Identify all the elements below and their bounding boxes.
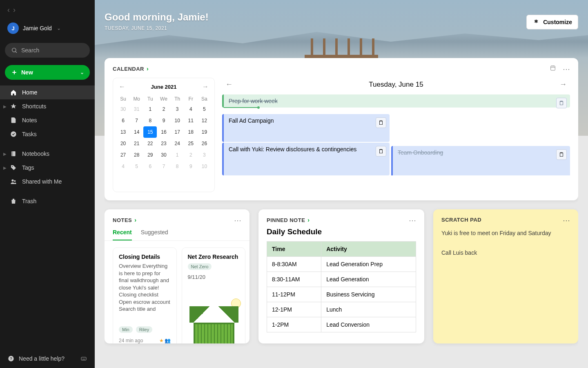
greeting: Good morning, Jamie! <box>105 11 209 23</box>
calendar-day[interactable]: 3 <box>171 103 184 115</box>
expand-icon[interactable]: ▶ <box>3 104 7 109</box>
calendar-day[interactable]: 15 <box>143 126 157 138</box>
tab-suggested[interactable]: Suggested <box>141 229 168 240</box>
cal-prev-month[interactable]: ← <box>119 83 125 90</box>
nav-home[interactable]: Home <box>0 85 95 99</box>
calendar-day[interactable]: 27 <box>116 149 130 161</box>
calendar-day[interactable]: 11 <box>184 115 198 126</box>
search-input[interactable]: Search <box>5 43 90 58</box>
nav-forward-icon[interactable]: › <box>13 6 16 14</box>
calendar-day[interactable]: 1 <box>171 149 184 161</box>
dow-label: Fr <box>184 94 198 103</box>
calendar-day[interactable]: 25 <box>184 138 198 149</box>
more-icon[interactable]: ⋯ <box>563 65 570 74</box>
nav-back-icon[interactable]: ‹ <box>7 6 10 14</box>
calendar-day[interactable]: 22 <box>143 138 157 149</box>
calendar-day[interactable]: 6 <box>116 115 130 126</box>
calendar-day[interactable]: 31 <box>130 103 143 115</box>
nav-trash[interactable]: Trash <box>0 194 95 208</box>
customize-button[interactable]: Customize <box>526 15 578 29</box>
scratch-content[interactable]: Yuki is free to meet on Friday and Satur… <box>441 229 570 258</box>
event-fall-ad-campaign[interactable]: Fall Ad Campaign 🗒 <box>222 114 390 142</box>
calendar-day[interactable]: 19 <box>198 126 211 138</box>
check-circle-icon <box>10 130 17 138</box>
calendar-day[interactable]: 21 <box>130 138 143 149</box>
more-icon[interactable]: ⋯ <box>563 216 570 225</box>
open-note-icon[interactable]: 🗒 <box>556 98 567 108</box>
calendar-day[interactable]: 12 <box>198 115 211 126</box>
user-menu[interactable]: J Jamie Gold ⌄ <box>0 17 95 40</box>
open-note-icon[interactable]: 🗒 <box>376 117 386 128</box>
open-note-icon[interactable]: 🗒 <box>376 146 386 157</box>
calendar-day[interactable]: 26 <box>198 138 211 149</box>
nav-tasks[interactable]: Tasks <box>0 127 95 141</box>
tab-recent[interactable]: Recent <box>113 229 132 240</box>
col-time: Time <box>267 242 321 257</box>
calendar-day[interactable]: 16 <box>157 126 170 138</box>
calendar-day[interactable]: 10 <box>171 115 184 126</box>
calendar-day[interactable]: 2 <box>184 149 198 161</box>
calendar-day[interactable]: 23 <box>157 138 170 149</box>
calendar-day[interactable]: 5 <box>130 161 143 172</box>
chevron-down-icon[interactable]: ⌄ <box>80 70 84 75</box>
nav-shortcuts[interactable]: ▶ Shortcuts <box>0 99 95 113</box>
open-note-icon[interactable]: 🗒 <box>556 149 567 160</box>
calendar-header[interactable]: CALENDAR › <box>113 65 570 72</box>
cal-next-month[interactable]: → <box>202 83 209 90</box>
more-icon[interactable]: ⋯ <box>409 216 416 225</box>
calendar-day[interactable]: 24 <box>171 138 184 149</box>
calendar-day[interactable]: 14 <box>130 126 143 138</box>
agenda-next-day[interactable]: → <box>558 79 568 90</box>
calendar-action-icon[interactable] <box>550 65 556 74</box>
calendar-day[interactable]: 2 <box>157 103 170 115</box>
calendar-day[interactable]: 4 <box>184 103 198 115</box>
help-link[interactable]: ? Need a little help? <box>7 355 65 362</box>
pinned-header[interactable]: PINNED NOTE › <box>258 217 424 223</box>
avatar: J <box>7 22 19 34</box>
agenda: ← Tuesday, June 15 → Prep for work week … <box>222 78 570 192</box>
calendar-day[interactable]: 13 <box>116 126 130 138</box>
table-row: 11-12PMBusiness Servicing <box>267 287 416 302</box>
calendar-day[interactable]: 17 <box>171 126 184 138</box>
note-tile-net-zero[interactable]: Net Zero Research Net Zero 9/11/20 <box>182 247 246 343</box>
event-prep-work-week[interactable]: Prep for work week 🗒 <box>222 94 570 108</box>
event-call-yuki[interactable]: Call with Yuki: Review disclosures & con… <box>222 143 390 175</box>
expand-icon[interactable]: ▶ <box>3 152 7 156</box>
svg-point-0 <box>12 48 16 52</box>
calendar-day[interactable]: 9 <box>157 115 170 126</box>
calendar-day[interactable]: 1 <box>143 103 157 115</box>
note-tile-closing-details[interactable]: Closing Details Overview Everything is h… <box>113 247 177 343</box>
nav-shared[interactable]: Shared with Me <box>0 175 95 188</box>
calendar-day[interactable]: 29 <box>143 149 157 161</box>
calendar-day[interactable]: 10 <box>198 161 211 172</box>
svg-point-8 <box>11 180 13 182</box>
agenda-prev-day[interactable]: ← <box>224 79 234 90</box>
new-button[interactable]: New ⌄ <box>5 65 90 80</box>
note-thumbnail <box>182 294 245 343</box>
keyboard-icon[interactable] <box>80 355 87 362</box>
chevron-right-icon: › <box>147 65 149 72</box>
tag-icon <box>10 164 17 171</box>
calendar-day[interactable]: 4 <box>116 161 130 172</box>
calendar-day[interactable]: 28 <box>130 149 143 161</box>
calendar-day[interactable]: 8 <box>143 115 157 126</box>
calendar-day[interactable]: 6 <box>143 161 157 172</box>
event-team-onboarding[interactable]: Team Onboarding 🗒 <box>391 146 570 175</box>
calendar-day[interactable]: 20 <box>116 138 130 149</box>
calendar-day[interactable]: 7 <box>130 115 143 126</box>
calendar-day[interactable]: 8 <box>171 161 184 172</box>
nav-notebooks[interactable]: ▶ Notebooks <box>0 147 95 161</box>
more-icon[interactable]: ⋯ <box>234 216 241 225</box>
notes-header[interactable]: NOTES › <box>105 217 249 223</box>
calendar-day[interactable]: 5 <box>198 103 211 115</box>
calendar-day[interactable]: 7 <box>157 161 170 172</box>
calendar-day[interactable]: 9 <box>184 161 198 172</box>
calendar-day[interactable]: 18 <box>184 126 198 138</box>
calendar-day[interactable]: 30 <box>157 149 170 161</box>
nav-tags[interactable]: ▶ Tags <box>0 161 95 175</box>
dow-label: Tu <box>143 94 157 103</box>
nav-notes[interactable]: Notes <box>0 113 95 127</box>
expand-icon[interactable]: ▶ <box>3 166 7 170</box>
calendar-day[interactable]: 3 <box>198 149 211 161</box>
calendar-day[interactable]: 30 <box>116 103 130 115</box>
